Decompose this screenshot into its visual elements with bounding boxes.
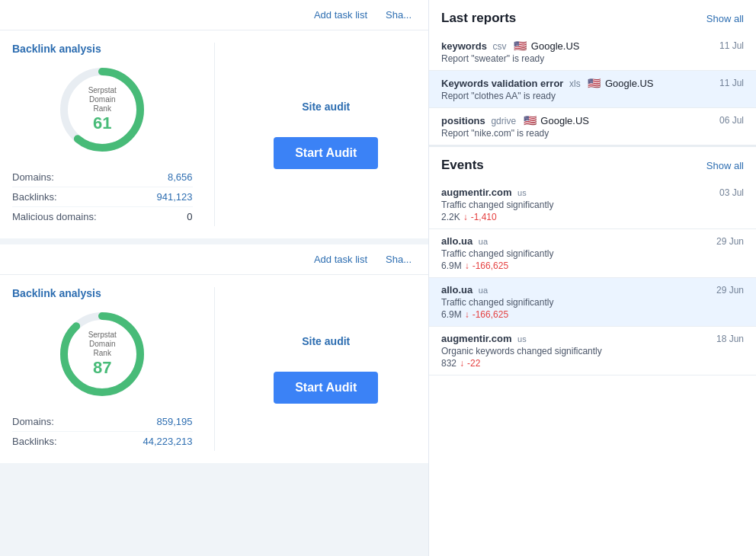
report-3-type-name: positions [441,115,485,126]
stat-backlinks-2: Backlinks: 44,223,213 [12,432,193,451]
start-audit-button-1[interactable]: Start Audit [274,137,378,169]
stat-malicious-value-1: 0 [187,211,192,222]
report-3-flag: 🇺🇸 [524,114,537,126]
event-item-3[interactable]: allo.ua ua 29 Jun Traffic changed signif… [429,278,756,327]
add-task-list-button-2[interactable]: Add task list [309,252,372,267]
event-2-change: -166,625 [472,260,508,271]
report-3-desc: Report "nike.com" is ready [441,128,744,139]
report-3-region: Google.US [540,115,589,126]
divider-2 [214,287,215,451]
event-4-down-arrow: ↓ [460,358,464,369]
event-1-date: 03 Jul [719,187,744,198]
report-3-date: 06 Jul [719,115,744,126]
donut-2: Serpstat Domain Rank 87 [56,308,148,400]
stat-backlinks-1: Backlinks: 941,123 [12,187,193,207]
event-2-traffic: 6.9M [441,260,462,271]
event-1-desc: Traffic changed significantly [441,200,744,210]
donut-1: Serpstat Domain Rank 61 [56,64,148,155]
site-audit-1: Site audit Start Audit [236,43,417,226]
donut-1-rank-text: Serpstat [79,86,125,95]
event-2-domain-group: allo.ua ua [441,235,488,247]
share-button-1[interactable]: Sha... [381,8,416,22]
event-3-stats: 6.9M ↓ -166,625 [441,309,744,320]
share-button-2[interactable]: Sha... [381,252,416,267]
event-4-header: augmentir.com us 18 Jun [441,333,744,344]
event-2-domain: allo.ua [441,235,472,247]
stats-2: Domains: 859,195 Backlinks: 44,223,213 [12,412,193,451]
event-2-stats: 6.9M ↓ -166,625 [441,260,744,271]
last-reports-section: Last reports Show all keywords csv 🇺🇸 Go… [429,0,756,145]
card-2-body: Backlink analysis Serpstat Domain Rank 8… [0,275,428,463]
event-2-down-arrow: ↓ [465,260,469,271]
event-1-domain: augmentir.com [441,187,511,198]
event-1-domain-group: augmentir.com us [441,187,527,198]
last-reports-title: Last reports [441,11,516,26]
event-item-2[interactable]: allo.ua ua 29 Jun Traffic changed signif… [429,229,756,278]
stat-domains-1: Domains: 8,656 [12,168,193,187]
report-item-2[interactable]: Keywords validation error xls 🇺🇸 Google.… [429,71,756,108]
event-1-change: -1,410 [471,212,497,222]
donut-2-rank-num: 87 [79,358,125,378]
event-2-date: 29 Jun [716,236,744,247]
stat-domains-label-2: Domains: [12,416,54,427]
report-1-type: keywords csv 🇺🇸 Google.US [441,40,579,52]
show-all-reports-link[interactable]: Show all [706,13,744,24]
stat-backlinks-value-1: 941,123 [157,191,193,203]
event-1-traffic: 2.2K [441,212,460,222]
events-title: Events [441,158,484,173]
card-1-toolbar: Add task list Sha... [0,0,428,30]
events-header: Events Show all [429,145,756,181]
event-item-4[interactable]: augmentir.com us 18 Jun Organic keywords… [429,327,756,375]
stat-domains-value-1: 8,656 [168,171,193,183]
add-task-list-button-1[interactable]: Add task list [309,8,372,22]
event-1-tag: us [517,188,527,197]
donut-2-rank-text: Serpstat [79,331,125,340]
donut-1-rank-text2: Domain Rank [79,95,125,113]
report-2-type: Keywords validation error xls 🇺🇸 Google.… [441,77,654,89]
report-1-header: keywords csv 🇺🇸 Google.US 11 Jul [441,40,744,52]
donut-2-label: Serpstat Domain Rank 87 [79,331,125,378]
event-3-desc: Traffic changed significantly [441,297,744,308]
site-audit-title-1: Site audit [302,101,350,113]
report-2-type-name: Keywords validation error [441,78,563,89]
card-2-toolbar: Add task list Sha... [0,244,428,275]
events-section: Events Show all augmentir.com us 03 Jul … [429,145,756,375]
report-1-format: csv [493,41,507,52]
card-1-body: Backlink analysis Serpstat Domain Rank 6… [0,30,428,238]
event-4-change: -22 [467,358,480,369]
event-2-tag: ua [479,237,488,246]
backlink-title-2: Backlink analysis [12,287,193,299]
event-3-down-arrow: ↓ [465,309,469,320]
right-panel: Last reports Show all keywords csv 🇺🇸 Go… [428,0,756,556]
event-4-traffic: 832 [441,358,456,369]
backlink-analysis-2: Backlink analysis Serpstat Domain Rank 8… [12,287,193,451]
left-panel: Add task list Sha... Backlink analysis S… [0,0,428,556]
report-item-3[interactable]: positions gdrive 🇺🇸 Google.US 06 Jul Rep… [429,108,756,145]
event-item-1[interactable]: augmentir.com us 03 Jul Traffic changed … [429,181,756,229]
last-reports-header: Last reports Show all [429,0,756,34]
donut-1-label: Serpstat Domain Rank 61 [79,86,125,133]
report-item-1[interactable]: keywords csv 🇺🇸 Google.US 11 Jul Report … [429,34,756,71]
donut-1-container: Serpstat Domain Rank 61 [12,64,193,155]
show-all-events-link[interactable]: Show all [706,160,744,171]
stat-malicious-label-1: Malicious domains: [12,211,97,222]
report-1-type-name: keywords [441,40,487,52]
stats-1: Domains: 8,656 Backlinks: 941,123 Malici… [12,168,193,226]
event-4-stats: 832 ↓ -22 [441,358,744,369]
event-1-stats: 2.2K ↓ -1,410 [441,212,744,222]
report-1-desc: Report "sweater" is ready [441,53,744,64]
card-1: Add task list Sha... Backlink analysis S… [0,0,428,238]
site-audit-title-2: Site audit [302,335,350,347]
event-4-desc: Organic keywords changed significantly [441,346,744,356]
event-3-domain: allo.ua [441,284,472,296]
stat-backlinks-label-2: Backlinks: [12,436,57,447]
card-2: Add task list Sha... Backlink analysis S… [0,244,428,463]
stat-domains-2: Domains: 859,195 [12,412,193,432]
event-2-desc: Traffic changed significantly [441,248,744,259]
stat-malicious-1: Malicious domains: 0 [12,207,193,226]
donut-2-container: Serpstat Domain Rank 87 [12,308,193,400]
start-audit-button-2[interactable]: Start Audit [274,372,378,404]
event-4-domain-group: augmentir.com us [441,333,527,344]
report-2-format: xls [569,78,581,89]
report-3-header: positions gdrive 🇺🇸 Google.US 06 Jul [441,114,744,126]
